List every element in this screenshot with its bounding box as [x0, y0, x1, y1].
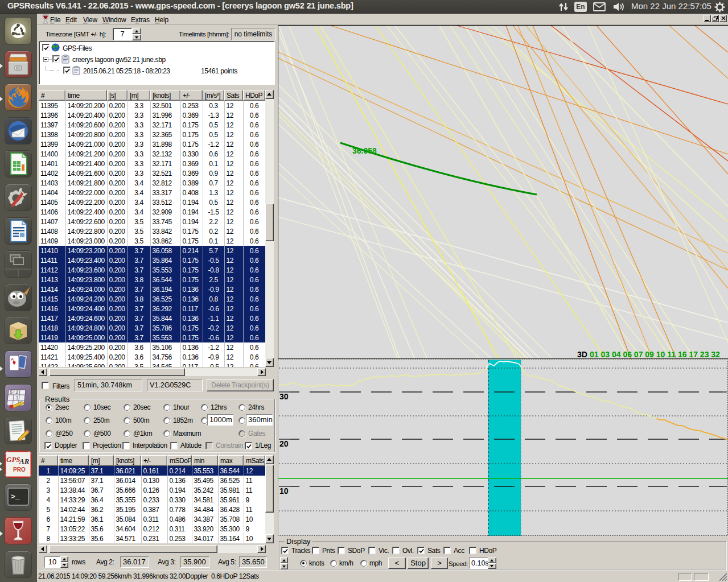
svg-text:01 03 04 06 07 09 10 11 16 17: 01 03 04 06 07 09 10 11 16 17 23 32 [590, 350, 720, 359]
svg-text:>_: >_ [11, 493, 20, 501]
svg-text:GPS: GPS [6, 455, 20, 464]
svg-text:36.058: 36.058 [352, 146, 377, 155]
svg-text:10: 10 [279, 486, 289, 496]
svg-text:PRO: PRO [13, 467, 26, 473]
svg-text:3D: 3D [577, 350, 587, 359]
svg-text:AR: AR [19, 457, 30, 465]
svg-text:30: 30 [279, 392, 289, 401]
svg-text:20: 20 [279, 439, 289, 448]
